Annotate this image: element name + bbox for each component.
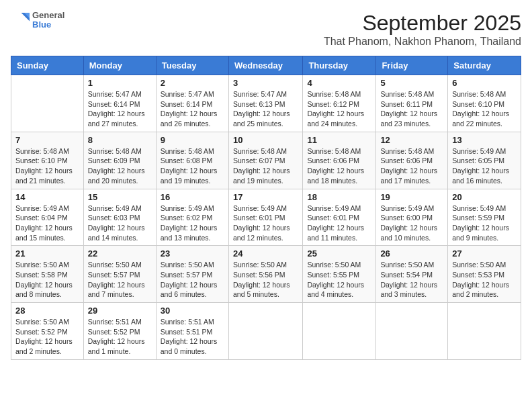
day-number: 5 — [380, 78, 443, 88]
calendar-cell: 25Sunrise: 5:50 AMSunset: 5:55 PMDayligh… — [303, 246, 376, 303]
calendar-cell — [376, 303, 448, 360]
calendar-cell — [448, 303, 521, 360]
cell-content: Sunrise: 5:49 AMSunset: 6:05 PMDaylight:… — [452, 146, 517, 186]
calendar-table: SundayMondayTuesdayWednesdayThursdayFrid… — [11, 56, 521, 360]
col-header-monday: Monday — [83, 56, 156, 75]
day-number: 20 — [452, 192, 517, 202]
cell-content: Sunrise: 5:47 AMSunset: 6:14 PMDaylight:… — [161, 89, 224, 129]
calendar-cell: 9Sunrise: 5:48 AMSunset: 6:08 PMDaylight… — [156, 132, 228, 189]
logo-text: General Blue — [32, 11, 64, 30]
cell-content: Sunrise: 5:48 AMSunset: 6:12 PMDaylight:… — [307, 89, 371, 129]
day-number: 16 — [161, 192, 224, 202]
cell-content: Sunrise: 5:49 AMSunset: 6:03 PMDaylight:… — [88, 203, 152, 243]
week-row-2: 7Sunrise: 5:48 AMSunset: 6:10 PMDaylight… — [11, 132, 521, 189]
day-number: 3 — [233, 78, 298, 88]
calendar-cell: 19Sunrise: 5:49 AMSunset: 6:00 PMDayligh… — [376, 189, 448, 246]
col-header-tuesday: Tuesday — [156, 56, 228, 75]
col-header-sunday: Sunday — [11, 56, 84, 75]
day-number: 18 — [307, 192, 371, 202]
cell-content: Sunrise: 5:50 AMSunset: 5:55 PMDaylight:… — [307, 260, 371, 300]
col-header-friday: Friday — [376, 56, 448, 75]
calendar-cell — [11, 75, 84, 132]
cell-content: Sunrise: 5:48 AMSunset: 6:09 PMDaylight:… — [88, 146, 152, 186]
calendar-cell: 3Sunrise: 5:47 AMSunset: 6:13 PMDaylight… — [228, 75, 302, 132]
cell-content: Sunrise: 5:48 AMSunset: 6:08 PMDaylight:… — [161, 146, 224, 186]
day-number: 13 — [452, 135, 517, 145]
day-number: 26 — [380, 248, 443, 259]
day-number: 6 — [452, 78, 517, 88]
calendar-cell: 4Sunrise: 5:48 AMSunset: 6:12 PMDaylight… — [303, 75, 376, 132]
week-row-4: 21Sunrise: 5:50 AMSunset: 5:58 PMDayligh… — [11, 246, 521, 303]
day-number: 14 — [15, 192, 79, 202]
cell-content: Sunrise: 5:50 AMSunset: 5:57 PMDaylight:… — [161, 260, 224, 300]
calendar-cell: 7Sunrise: 5:48 AMSunset: 6:10 PMDaylight… — [11, 132, 84, 189]
day-number: 24 — [233, 248, 298, 259]
calendar-cell: 14Sunrise: 5:49 AMSunset: 6:04 PMDayligh… — [11, 189, 84, 246]
calendar-cell: 15Sunrise: 5:49 AMSunset: 6:03 PMDayligh… — [83, 189, 156, 246]
col-header-thursday: Thursday — [303, 56, 376, 75]
day-number: 1 — [88, 78, 152, 88]
cell-content: Sunrise: 5:49 AMSunset: 6:01 PMDaylight:… — [233, 203, 298, 243]
day-number: 12 — [380, 135, 443, 145]
day-number: 11 — [307, 135, 371, 145]
day-number: 9 — [161, 135, 224, 145]
title-area: September 2025 That Phanom, Nakhon Phano… — [324, 11, 521, 48]
cell-content: Sunrise: 5:49 AMSunset: 5:59 PMDaylight:… — [452, 203, 517, 243]
day-number: 19 — [380, 192, 443, 202]
cell-content: Sunrise: 5:50 AMSunset: 5:52 PMDaylight:… — [15, 317, 79, 357]
cell-content: Sunrise: 5:48 AMSunset: 6:10 PMDaylight:… — [452, 89, 517, 129]
day-number: 2 — [161, 78, 224, 88]
col-header-wednesday: Wednesday — [228, 56, 302, 75]
logo-blue: Blue — [32, 20, 64, 30]
calendar-cell: 1Sunrise: 5:47 AMSunset: 6:14 PMDaylight… — [83, 75, 156, 132]
day-number: 21 — [15, 248, 79, 259]
calendar-cell: 26Sunrise: 5:50 AMSunset: 5:54 PMDayligh… — [376, 246, 448, 303]
day-number: 27 — [452, 248, 517, 259]
day-number: 25 — [307, 248, 371, 259]
calendar-cell: 24Sunrise: 5:50 AMSunset: 5:56 PMDayligh… — [228, 246, 302, 303]
day-number: 30 — [161, 306, 224, 316]
calendar-cell: 16Sunrise: 5:49 AMSunset: 6:02 PMDayligh… — [156, 189, 228, 246]
cell-content: Sunrise: 5:47 AMSunset: 6:14 PMDaylight:… — [88, 89, 152, 129]
day-number: 15 — [88, 192, 152, 202]
calendar-cell: 29Sunrise: 5:51 AMSunset: 5:52 PMDayligh… — [83, 303, 156, 360]
calendar-cell: 22Sunrise: 5:50 AMSunset: 5:57 PMDayligh… — [83, 246, 156, 303]
day-number: 23 — [161, 248, 224, 259]
cell-content: Sunrise: 5:48 AMSunset: 6:11 PMDaylight:… — [380, 89, 443, 129]
calendar-cell: 28Sunrise: 5:50 AMSunset: 5:52 PMDayligh… — [11, 303, 84, 360]
cell-content: Sunrise: 5:50 AMSunset: 5:56 PMDaylight:… — [233, 260, 298, 300]
calendar-cell: 13Sunrise: 5:49 AMSunset: 6:05 PMDayligh… — [448, 132, 521, 189]
day-number: 7 — [15, 135, 79, 145]
day-number: 29 — [88, 306, 152, 316]
cell-content: Sunrise: 5:49 AMSunset: 6:02 PMDaylight:… — [161, 203, 224, 243]
day-number: 17 — [233, 192, 298, 202]
cell-content: Sunrise: 5:51 AMSunset: 5:51 PMDaylight:… — [161, 317, 224, 357]
calendar-cell: 10Sunrise: 5:48 AMSunset: 6:07 PMDayligh… — [228, 132, 302, 189]
cell-content: Sunrise: 5:50 AMSunset: 5:57 PMDaylight:… — [88, 260, 152, 300]
logo-icon — [11, 11, 30, 30]
page-subtitle: That Phanom, Nakhon Phanom, Thailand — [324, 36, 521, 48]
calendar-cell: 27Sunrise: 5:50 AMSunset: 5:53 PMDayligh… — [448, 246, 521, 303]
week-row-3: 14Sunrise: 5:49 AMSunset: 6:04 PMDayligh… — [11, 189, 521, 246]
cell-content: Sunrise: 5:48 AMSunset: 6:10 PMDaylight:… — [15, 146, 79, 186]
day-number: 22 — [88, 248, 152, 259]
calendar-cell — [303, 303, 376, 360]
week-row-1: 1Sunrise: 5:47 AMSunset: 6:14 PMDaylight… — [11, 75, 521, 132]
logo: General Blue — [11, 11, 64, 30]
calendar-cell: 2Sunrise: 5:47 AMSunset: 6:14 PMDaylight… — [156, 75, 228, 132]
cell-content: Sunrise: 5:50 AMSunset: 5:54 PMDaylight:… — [380, 260, 443, 300]
calendar-cell: 21Sunrise: 5:50 AMSunset: 5:58 PMDayligh… — [11, 246, 84, 303]
cell-content: Sunrise: 5:50 AMSunset: 5:58 PMDaylight:… — [15, 260, 79, 300]
cell-content: Sunrise: 5:49 AMSunset: 6:01 PMDaylight:… — [307, 203, 371, 243]
week-row-5: 28Sunrise: 5:50 AMSunset: 5:52 PMDayligh… — [11, 303, 521, 360]
day-number: 10 — [233, 135, 298, 145]
logo-general: General — [32, 11, 64, 20]
cell-content: Sunrise: 5:48 AMSunset: 6:06 PMDaylight:… — [380, 146, 443, 186]
cell-content: Sunrise: 5:47 AMSunset: 6:13 PMDaylight:… — [233, 89, 298, 129]
cell-content: Sunrise: 5:49 AMSunset: 6:04 PMDaylight:… — [15, 203, 79, 243]
calendar-cell: 20Sunrise: 5:49 AMSunset: 5:59 PMDayligh… — [448, 189, 521, 246]
calendar-cell: 23Sunrise: 5:50 AMSunset: 5:57 PMDayligh… — [156, 246, 228, 303]
header-row: SundayMondayTuesdayWednesdayThursdayFrid… — [11, 56, 521, 75]
day-number: 8 — [88, 135, 152, 145]
cell-content: Sunrise: 5:48 AMSunset: 6:07 PMDaylight:… — [233, 146, 298, 186]
